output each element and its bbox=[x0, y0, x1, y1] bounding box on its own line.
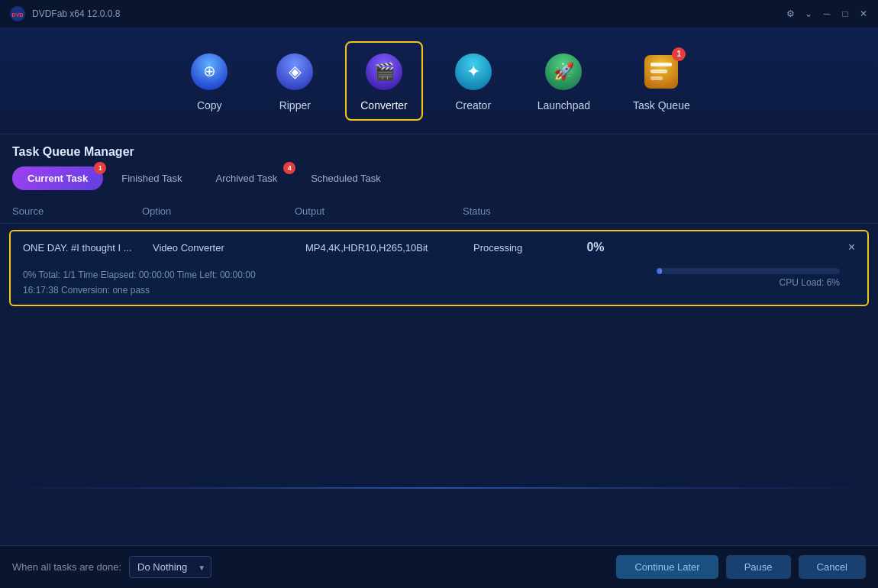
maximize-button[interactable]: □ bbox=[840, 8, 851, 19]
settings-icon[interactable]: ⚙ bbox=[785, 8, 796, 19]
tab-archived-task[interactable]: Archived Task 4 bbox=[200, 166, 292, 190]
expand-icon[interactable]: ⌄ bbox=[803, 8, 814, 19]
tabs-bar: Current Task 1 Finished Task Archived Ta… bbox=[0, 166, 878, 190]
continue-later-button[interactable]: Continue Later bbox=[616, 555, 718, 579]
table-header: Source Option Output Status bbox=[0, 199, 878, 224]
svg-text:✦: ✦ bbox=[466, 62, 480, 81]
nav-bar: ⊕ Copy ◈ Ripper bbox=[0, 27, 878, 134]
converter-label: Converter bbox=[360, 99, 407, 111]
converter-icon: 🎬 bbox=[363, 50, 405, 93]
tab-finished-task[interactable]: Finished Task bbox=[106, 166, 197, 190]
current-task-badge: 1 bbox=[94, 162, 106, 174]
task-close-button[interactable]: × bbox=[848, 241, 855, 254]
col-header-source: Source bbox=[12, 205, 142, 217]
task-row-main: ONE DAY. #I thought I ... Video Converte… bbox=[11, 231, 867, 263]
task-detail-line2: 16:17:38 Conversion: one pass bbox=[23, 285, 256, 296]
cpu-load-label: CPU Load: 6% bbox=[780, 277, 840, 288]
nav-item-ripper[interactable]: ◈ Ripper bbox=[260, 43, 330, 119]
copy-icon: ⊕ bbox=[188, 50, 231, 93]
col-header-status: Status bbox=[463, 205, 554, 217]
pause-button[interactable]: Pause bbox=[726, 555, 791, 579]
tab-current-task[interactable]: Current Task 1 bbox=[12, 166, 103, 190]
task-row-detail: 0% Total: 1/1 Time Elapsed: 00:00:00 Tim… bbox=[11, 263, 867, 305]
nav-item-launchpad[interactable]: 🚀 Launchpad bbox=[524, 43, 604, 119]
launchpad-icon: 🚀 bbox=[542, 50, 585, 93]
svg-text:DVD: DVD bbox=[12, 12, 24, 18]
copy-label: Copy bbox=[197, 99, 222, 111]
creator-icon: ✦ bbox=[452, 50, 495, 93]
app-version: DVDFab x64 12.0.0.8 bbox=[32, 8, 120, 19]
task-output: MP4,4K,HDR10,H265,10Bit bbox=[305, 242, 473, 254]
svg-text:🎬: 🎬 bbox=[373, 61, 395, 82]
task-queue-badge: 1 bbox=[672, 47, 686, 61]
ripper-icon: ◈ bbox=[273, 50, 316, 93]
bottom-right: Continue Later Pause Cancel bbox=[616, 555, 866, 579]
svg-text:◈: ◈ bbox=[289, 62, 302, 81]
app-logo-icon: DVD bbox=[9, 5, 26, 22]
title-bar-left: DVD DVDFab x64 12.0.0.8 bbox=[9, 5, 120, 22]
svg-rect-14 bbox=[650, 69, 667, 73]
bottom-bar: When all tasks are done: Do Nothing Shut… bbox=[0, 545, 878, 588]
task-detail-line1: 0% Total: 1/1 Time Elapsed: 00:00:00 Tim… bbox=[23, 270, 256, 280]
progress-bar bbox=[657, 268, 840, 274]
nav-item-converter[interactable]: 🎬 Converter bbox=[345, 41, 422, 121]
nav-item-creator[interactable]: ✦ Creator bbox=[438, 43, 508, 119]
cancel-button[interactable]: Cancel bbox=[799, 555, 866, 579]
col-header-output: Output bbox=[295, 205, 463, 217]
progress-bar-fill bbox=[657, 268, 662, 274]
svg-text:🚀: 🚀 bbox=[554, 61, 575, 82]
svg-rect-15 bbox=[650, 76, 663, 80]
col-header-option: Option bbox=[142, 205, 295, 217]
task-source: ONE DAY. #I thought I ... bbox=[23, 242, 153, 254]
main-content: Task Queue Manager Current Task 1 Finish… bbox=[0, 134, 878, 404]
nav-item-copy[interactable]: ⊕ Copy bbox=[174, 43, 244, 119]
title-bar: DVD DVDFab x64 12.0.0.8 ⚙ ⌄ ─ □ ✕ bbox=[0, 0, 878, 27]
nav-item-task-queue[interactable]: 1 Task Queue bbox=[619, 43, 704, 119]
ripper-label: Ripper bbox=[279, 99, 311, 111]
page-title: Task Queue Manager bbox=[0, 134, 878, 166]
bottom-left: When all tasks are done: Do Nothing Shut… bbox=[12, 556, 211, 578]
archived-task-badge: 4 bbox=[283, 162, 295, 174]
when-done-select-wrapper[interactable]: Do Nothing Shut Down Hibernate Sleep ▼ bbox=[129, 556, 211, 578]
close-button[interactable]: ✕ bbox=[858, 8, 869, 19]
svg-text:⊕: ⊕ bbox=[203, 63, 216, 79]
empty-task-area bbox=[0, 312, 878, 404]
when-done-label: When all tasks are done: bbox=[12, 561, 121, 573]
launchpad-label: Launchpad bbox=[537, 99, 590, 111]
minimize-button[interactable]: ─ bbox=[822, 8, 832, 19]
task-progress-value: 0% bbox=[565, 241, 626, 254]
svg-rect-13 bbox=[650, 63, 672, 66]
task-status: Processing bbox=[473, 242, 565, 254]
task-queue-label: Task Queue bbox=[633, 99, 690, 111]
separator-line bbox=[0, 487, 878, 489]
task-row: ONE DAY. #I thought I ... Video Converte… bbox=[9, 230, 869, 306]
task-queue-icon: 1 bbox=[640, 50, 683, 93]
creator-label: Creator bbox=[455, 99, 491, 111]
tab-scheduled-task[interactable]: Scheduled Task bbox=[295, 166, 396, 190]
when-done-select[interactable]: Do Nothing Shut Down Hibernate Sleep bbox=[129, 556, 211, 578]
task-option: Video Converter bbox=[153, 242, 305, 254]
title-bar-controls: ⚙ ⌄ ─ □ ✕ bbox=[785, 8, 869, 19]
